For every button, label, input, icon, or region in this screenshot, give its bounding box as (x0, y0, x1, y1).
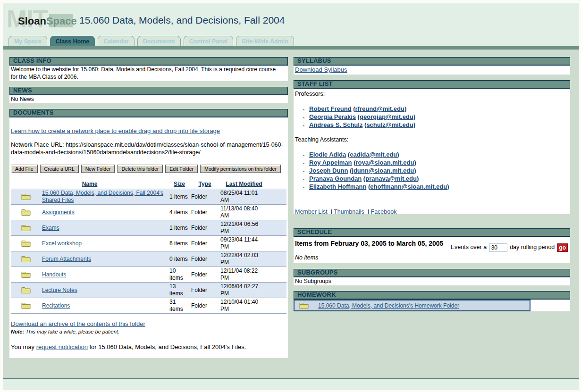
paren: ) (417, 175, 419, 182)
modified-date: 12/10/04 01:40 (220, 299, 268, 306)
sloanspace-logo: SloanSpace (18, 15, 77, 27)
news-section: NEWS No News (9, 87, 288, 103)
folder-icon (21, 224, 31, 232)
modified-meridiem: PM (220, 243, 268, 250)
mit-sloanspace-logo: MIT SloanSpace (7, 5, 78, 32)
folder-action-button[interactable]: Add File (11, 165, 38, 173)
note-label: Note: (11, 329, 24, 334)
tab-bar: My SpaceClass HomeCalendarDocumentsContr… (3, 36, 579, 46)
folder-modified-cell: 12/21/04 06:56PM (219, 220, 269, 236)
tab[interactable]: My Space (8, 36, 47, 46)
folder-row: Recitations 31 items Folder 12/10/04 01:… (11, 298, 286, 314)
folder-action-button[interactable]: Modify permissions on this folder (200, 165, 281, 173)
staff-email-link[interactable]: ehoffmann@sloan.mit.edu (370, 183, 447, 190)
sloan-text: Sloan (18, 15, 46, 27)
go-button[interactable]: go (557, 243, 568, 252)
folder-action-button[interactable]: Create a URL (40, 165, 79, 173)
modified-meridiem: PM (220, 306, 268, 313)
folder-size-cell: 6 items (168, 236, 190, 251)
staff-footer-link[interactable]: Thumbnails (334, 209, 364, 214)
tab-label: My Space (14, 38, 42, 45)
modified-meridiem: PM (220, 275, 268, 282)
tab[interactable]: Class Home (50, 36, 95, 46)
folder-modified-cell: 11/13/04 08:40AM (219, 205, 269, 220)
staff-footer-link[interactable]: Member List (295, 209, 328, 214)
staff-email-link[interactable]: pranava@mit.edu (365, 175, 417, 182)
folder-extra-cell (269, 236, 286, 251)
folder-action-button[interactable]: Delete this folder (117, 165, 163, 173)
class-info-body: Welcome to the website for 15.060: Data,… (9, 66, 288, 81)
table-column-header[interactable]: Last Modified (219, 179, 269, 189)
modified-date: 11/13/04 08:40 (220, 205, 268, 212)
paren: ) (413, 121, 415, 128)
folder-action-button[interactable]: New Folder (81, 165, 115, 173)
staff-name-link[interactable]: Elodie Adida (309, 151, 346, 158)
folder-link[interactable]: Assignments (42, 209, 75, 216)
staff-email-link[interactable]: roya@sloan.mit.edu (355, 159, 414, 166)
download-syllabus-link[interactable]: Download Syllabus (295, 66, 347, 73)
folder-row: Excel workshop 6 items Folder 09/23/04 1… (11, 236, 286, 251)
folder-link[interactable]: Handouts (42, 271, 66, 278)
tab[interactable]: Control Panel (184, 36, 233, 46)
staff-email-link[interactable]: jdunn@sloan.mit.edu (352, 167, 414, 174)
folder-icon (21, 255, 31, 263)
staff-email-link[interactable]: georgiap@mit.edu (360, 113, 413, 120)
staff-member: Georgia Perakis (georgiap@mit.edu) (309, 113, 569, 121)
folder-row: Assignments 4 items Folder 11/13/04 08:4… (11, 205, 286, 220)
staff-name-link[interactable]: Pranava Goundan (309, 175, 362, 182)
staff-name-link[interactable]: Robert Freund (309, 105, 352, 112)
folder-modified-cell: 09/23/04 11:44PM (219, 236, 269, 251)
page-title: 15.060 Data, Models, and Decisions, Fall… (79, 15, 285, 26)
staff-name-link[interactable]: Joseph Dunn (309, 167, 348, 174)
folder-icon (21, 209, 31, 216)
events-suffix: day rolling period (510, 244, 555, 250)
folder-name-cell: Handouts (41, 267, 168, 283)
table-column-header[interactable]: Size (168, 179, 190, 189)
folder-name-cell: Exams (41, 220, 168, 236)
folder-action-button[interactable]: Edit Folder (165, 165, 198, 173)
tab[interactable]: Calendar (98, 36, 135, 46)
staff-email-link[interactable]: schulz@mit.edu (366, 121, 413, 128)
folder-modified-cell: 12/11/04 08:22PM (219, 267, 269, 283)
folder-link[interactable]: 15.060 Data, Models, and Decisions, Fall… (42, 190, 163, 203)
folder-link[interactable]: Lecture Notes (42, 287, 77, 293)
homework-folder-link[interactable]: 15.060 Data, Models, and Decisions's Hom… (318, 302, 459, 309)
rolling-period-input[interactable] (489, 243, 507, 252)
folder-link[interactable]: Exams (42, 225, 59, 231)
network-place-help-link[interactable]: Learn how to create a network place to e… (11, 127, 220, 134)
download-archive: Download an archive of the contents of t… (11, 320, 286, 334)
subgroups-body: No Subgroups (294, 277, 570, 285)
folder-link[interactable]: Recitations (42, 302, 70, 309)
staff-email-link[interactable]: eadida@mit.edu (350, 151, 397, 158)
folder-link[interactable]: Forum Attachments (42, 256, 91, 262)
staff-name-link[interactable]: Georgia Perakis (309, 113, 356, 120)
schedule-body: Items from February 03, 2005 to March 05… (294, 237, 570, 263)
tab-label: Control Panel (189, 38, 227, 45)
space-text: Space (46, 15, 77, 27)
staff-email-link[interactable]: rfreund@mit.edu (355, 105, 404, 112)
staff-footer-link[interactable]: Facebook (371, 209, 397, 214)
note-text: This may take a while, please be patient… (24, 329, 119, 334)
folder-type-cell: Folder (190, 205, 219, 220)
table-column-header[interactable]: Type (190, 179, 219, 189)
table-column-header[interactable]: Name (11, 179, 168, 189)
staff-name-link[interactable]: Roy Appelman (309, 159, 352, 166)
folder-size-cell: 4 items (168, 205, 190, 220)
subgroups-section: SUBGROUPS No Subgroups (294, 269, 570, 285)
news-header: NEWS (9, 87, 288, 95)
download-archive-link[interactable]: Download an archive of the contents of t… (11, 320, 145, 327)
folder-row: Handouts 10 items Folder 12/11/04 08:22P… (11, 267, 286, 283)
folder-icon-cell (11, 283, 41, 298)
staff-name-link[interactable]: Andreas S. Schulz (309, 121, 362, 128)
modified-meridiem: PM (220, 259, 268, 266)
folder-link[interactable]: Excel workshop (42, 240, 82, 247)
modified-meridiem: PM (220, 290, 268, 297)
tab[interactable]: Documents (137, 36, 181, 46)
folder-icon-cell (11, 205, 41, 220)
tab-label: Site-Wide Admin (242, 38, 288, 45)
staff-member: Robert Freund (rfreund@mit.edu) (309, 105, 569, 113)
staff-name-link[interactable]: Elizabeth Hoffmann (309, 183, 366, 190)
folder-icon (21, 240, 31, 247)
request-notification-link[interactable]: request notification (36, 343, 88, 350)
tab[interactable]: Site-Wide Admin (236, 36, 294, 46)
